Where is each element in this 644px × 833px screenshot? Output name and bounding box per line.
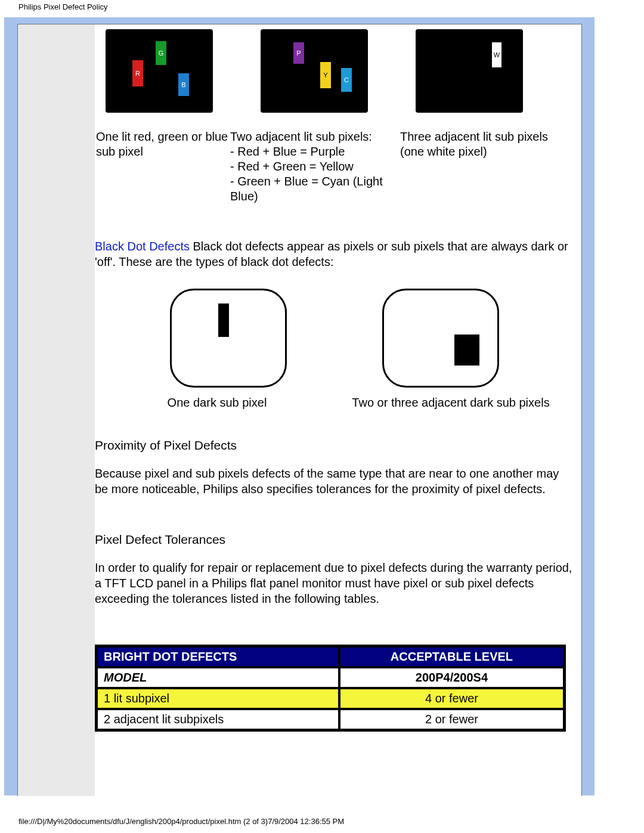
subpixel-white: W <box>492 42 501 67</box>
caption-line: - Red + Green = Yellow <box>230 160 354 173</box>
subpixel-yellow: Y <box>320 62 331 88</box>
caption-one-dark: One dark sub pixel <box>95 396 327 410</box>
td-defect: 1 lit subpixel <box>97 688 339 709</box>
caption-line: - Red + Blue = Purple <box>230 145 345 158</box>
dark-pixel-block-icon <box>454 335 479 366</box>
bright-dot-illustrations: R G B P Y C W <box>95 29 574 113</box>
caption-two-lit: Two adjacent lit sub pixels: - Red + Blu… <box>230 129 400 204</box>
tv-rgb: R G B <box>106 29 213 113</box>
tv-white: W <box>416 29 523 113</box>
page-header: Philips Pixel Defect Policy <box>0 0 644 11</box>
page-footer: file:///D|/My%20documents/dfu/J/english/… <box>18 817 344 826</box>
white-tv-multi-dark <box>382 289 499 388</box>
subpixel-red: R <box>132 60 143 86</box>
td-model-label: MODEL <box>97 667 339 688</box>
th-defects: BRIGHT DOT DEFECTS <box>97 646 339 667</box>
table-header-row: BRIGHT DOT DEFECTS ACCEPTABLE LEVEL <box>97 646 564 667</box>
td-level: 4 or fewer <box>339 688 564 709</box>
black-dot-paragraph: Black Dot Defects Black dot defects appe… <box>95 239 574 270</box>
paragraph-proximity: Because pixel and sub pixels defects of … <box>95 466 574 497</box>
black-dot-link[interactable]: Black Dot Defects <box>95 240 190 253</box>
content-area: R G B P Y C W One lit red, green or blue… <box>95 24 581 796</box>
th-level: ACCEPTABLE LEVEL <box>339 646 564 667</box>
tv-pyc: P Y C <box>261 29 368 113</box>
table-row: 2 adjacent lit subpixels 2 or fewer <box>97 709 564 730</box>
bright-dot-captions: One lit red, green or blue sub pixel Two… <box>95 129 574 204</box>
td-level: 2 or fewer <box>339 709 564 730</box>
td-model-value: 200P4/200S4 <box>339 667 564 688</box>
heading-proximity: Proximity of Pixel Defects <box>95 438 574 453</box>
page: Philips Pixel Defect Policy R G B P Y C <box>0 0 644 833</box>
black-dot-captions: One dark sub pixel Two or three adjacent… <box>95 396 574 410</box>
gray-panel: R G B P Y C W One lit red, green or blue… <box>17 24 582 796</box>
black-dot-illustrations <box>95 289 574 388</box>
subpixel-green: G <box>156 41 166 65</box>
subpixel-blue: B <box>178 73 189 96</box>
bright-dot-table: BRIGHT DOT DEFECTS ACCEPTABLE LEVEL MODE… <box>95 645 566 732</box>
caption-three-lit: Three adjacent lit sub pixels (one white… <box>400 129 549 204</box>
heading-tolerances: Pixel Defect Tolerances <box>95 532 574 547</box>
paragraph-tolerances: In order to qualify for repair or replac… <box>95 560 574 606</box>
subpixel-cyan: C <box>341 68 352 92</box>
caption-line: - Green + Blue = Cyan (Light Blue) <box>230 175 383 203</box>
outer-frame: R G B P Y C W One lit red, green or blue… <box>4 17 595 795</box>
td-defect: 2 adjacent lit subpixels <box>97 709 339 730</box>
caption-one-lit: One lit red, green or blue sub pixel <box>96 129 230 204</box>
dark-pixel-icon <box>218 304 229 337</box>
table-row: 1 lit subpixel 4 or fewer <box>97 688 564 709</box>
caption-multi-dark: Two or three adjacent dark sub pixels <box>327 396 574 410</box>
caption-line: Two adjacent lit sub pixels: <box>230 130 372 143</box>
subpixel-purple: P <box>293 42 304 64</box>
white-tv-one-dark <box>170 289 287 388</box>
table-model-row: MODEL 200P4/200S4 <box>97 667 564 688</box>
